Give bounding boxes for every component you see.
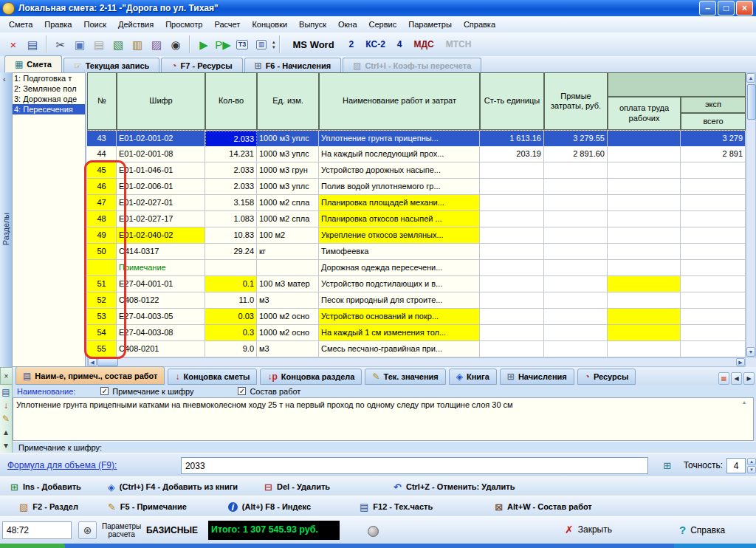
table-row[interactable]: 44Е01-02-001-0814.2311000 м3 уплсНа кажд… [87, 146, 746, 162]
cell-code[interactable]: Е01-02-040-02 [117, 227, 205, 244]
menu-item[interactable]: Параметры [402, 18, 458, 31]
toolbar-button[interactable]: ▥ [252, 35, 271, 53]
cell-total[interactable] [681, 195, 746, 211]
action-button[interactable]: ↶Ctrl+Z - Отменить: Удалить [394, 482, 515, 493]
menu-item[interactable]: Просмотр [159, 18, 208, 31]
cell-num[interactable] [87, 260, 117, 276]
toolbar-button[interactable]: ▶ [194, 35, 213, 53]
gear-icon[interactable]: ⊛ [78, 521, 97, 539]
cell-unit-cost[interactable] [480, 195, 544, 211]
vertical-scrollbar[interactable]: ▲ ▼ [746, 72, 756, 357]
cell-code[interactable]: Е01-02-027-17 [117, 211, 205, 227]
mini-toolbar-button[interactable]: ▴ [4, 427, 8, 437]
cell-unit-cost[interactable] [480, 292, 544, 309]
cell-labor[interactable] [608, 341, 681, 357]
scroll-down-icon[interactable]: ▼ [746, 347, 755, 357]
close-estimate-button[interactable]: ✗ Закрыть [565, 524, 612, 535]
cell-num[interactable]: 55 [87, 341, 117, 357]
cell-code[interactable]: С408-0122 [117, 292, 205, 309]
cell-direct[interactable] [544, 309, 608, 325]
cell-unit[interactable]: 1000 м3 уплс [257, 146, 319, 162]
cell-name[interactable]: Устройство подстилающих и в... [319, 276, 480, 292]
cell-num[interactable]: 49 [87, 227, 117, 244]
cell-code[interactable]: Примечание [117, 260, 205, 276]
menu-item[interactable]: Концовки [246, 18, 293, 31]
menu-item[interactable]: Справка [458, 18, 501, 31]
horizontal-scroll-thumb[interactable] [97, 358, 118, 366]
table-row[interactable]: 53Е27-04-003-050.031000 м2 осноУстройств… [87, 309, 746, 325]
cell-num[interactable]: 53 [87, 309, 117, 325]
table-row[interactable]: 47Е01-02-027-013.1581000 м2 сплаПланиров… [87, 195, 746, 211]
cell-total[interactable] [681, 211, 746, 227]
cell-unit[interactable]: 1000 м2 осно [257, 309, 319, 325]
cell-code[interactable]: Е01-02-027-01 [117, 195, 205, 211]
collapse-sections-button[interactable]: ‹ [3, 75, 6, 83]
cell-code[interactable]: С408-0201 [117, 341, 205, 357]
cell-unit[interactable]: 100 м2 [257, 227, 319, 244]
cell-num[interactable]: 48 [87, 211, 117, 227]
action-button[interactable]: ✎F5 - Примечание [108, 501, 187, 513]
cell-qty[interactable]: 14.231 [205, 146, 257, 162]
table-row[interactable]: 46Е01-02-006-012.0331000 м3 уплсПолив во… [87, 179, 746, 195]
table-row[interactable]: 52С408-012211.0м3Песок природный для стр… [87, 292, 746, 309]
cell-num[interactable]: 51 [87, 276, 117, 292]
toolbar-indicator[interactable]: 2 [343, 39, 360, 49]
cell-code[interactable]: Е27-04-003-05 [117, 309, 205, 325]
section-item[interactable]: 3: Дорожная оде [13, 94, 85, 104]
table-row[interactable]: 43Е01-02-001-022.0331000 м3 уплсУплотнен… [87, 130, 746, 146]
cell-total[interactable]: 3 279 [681, 131, 746, 147]
cell-total[interactable] [681, 276, 746, 292]
cell-code[interactable]: Е01-01-046-01 [117, 162, 205, 179]
cell-total[interactable] [681, 292, 746, 309]
toolbar-spinner[interactable]: ▴▾ [272, 39, 275, 49]
main-tab[interactable]: ▦Смета [4, 55, 62, 72]
precision-down-icon[interactable]: ▾ [747, 466, 756, 473]
table-row[interactable]: 55С408-02019.0м3Смесь песчано-гравийная … [87, 341, 746, 357]
cell-unit-cost[interactable] [480, 211, 544, 227]
mini-toolbar-button[interactable]: ▾ [4, 440, 8, 451]
cell-code[interactable]: С414-0317 [117, 244, 205, 260]
action-button[interactable]: ⊠Alt+W - Состав работ [495, 501, 592, 513]
cell-total[interactable]: 2 891 [681, 146, 746, 162]
menu-item[interactable]: Смета [3, 18, 38, 31]
checkbox-checked-icon[interactable]: ✓ [238, 387, 246, 395]
table-row[interactable]: 48Е01-02-027-171.0831000 м2 сплаПланиров… [87, 211, 746, 227]
table-row[interactable]: 45Е01-01-046-012.0331000 м3 грунУстройст… [87, 162, 746, 179]
mini-toolbar-button[interactable]: ✎ [2, 414, 10, 424]
minimize-button[interactable]: – [699, 1, 716, 16]
cell-qty[interactable]: 11.0 [205, 292, 257, 309]
cell-code[interactable]: Е01-02-001-08 [117, 146, 205, 162]
cell-name[interactable]: На каждый последующий прох... [319, 146, 480, 162]
table-row[interactable]: ПримечаниеДорожная одежда пересечени... [87, 260, 746, 276]
cell-unit-cost[interactable] [480, 260, 544, 276]
cell-labor[interactable] [608, 211, 681, 227]
cell-qty[interactable]: 9.0 [205, 341, 257, 357]
action-button[interactable]: ⊞Ins - Добавить [10, 482, 81, 493]
cell-unit-cost[interactable] [480, 227, 544, 244]
cell-labor[interactable] [608, 325, 681, 341]
cell-total[interactable] [681, 325, 746, 341]
cell-direct[interactable] [544, 244, 608, 260]
scroll-up-icon[interactable]: ▲ [746, 73, 755, 83]
main-tab[interactable]: ◔F7 - Ресурсы [161, 58, 242, 72]
toolbar-indicator[interactable]: 4 [391, 39, 408, 49]
help-button[interactable]: ? Справка [679, 524, 725, 536]
cell-direct[interactable] [544, 211, 608, 227]
toolbar-button[interactable]: ▨ [147, 35, 166, 53]
cell-num[interactable]: 50 [87, 244, 117, 260]
cell-unit[interactable]: 1000 м3 уплс [257, 131, 319, 147]
cell-qty[interactable]: 29.24 [205, 244, 257, 260]
bottom-tab[interactable]: ◔Ресурсы [577, 369, 636, 385]
cell-qty[interactable]: 10.83 [205, 227, 257, 244]
cell-labor[interactable] [608, 162, 681, 179]
spinner-up-icon[interactable]: ▴ [272, 39, 275, 44]
scroll-right-icon[interactable]: ▶ [736, 358, 745, 366]
cell-num[interactable]: 44 [87, 146, 117, 162]
cell-labor[interactable] [608, 131, 681, 147]
cell-unit-cost[interactable] [480, 244, 544, 260]
precision-up-icon[interactable]: ▴ [747, 458, 756, 465]
cell-labor[interactable] [608, 195, 681, 211]
table-row[interactable]: 54Е27-04-003-080.31000 м2 осноНа каждый … [87, 325, 746, 341]
action-button[interactable]: ▧F2 - Раздел [19, 501, 78, 513]
cell-name[interactable]: Укрепление откосов земляных... [319, 227, 480, 244]
